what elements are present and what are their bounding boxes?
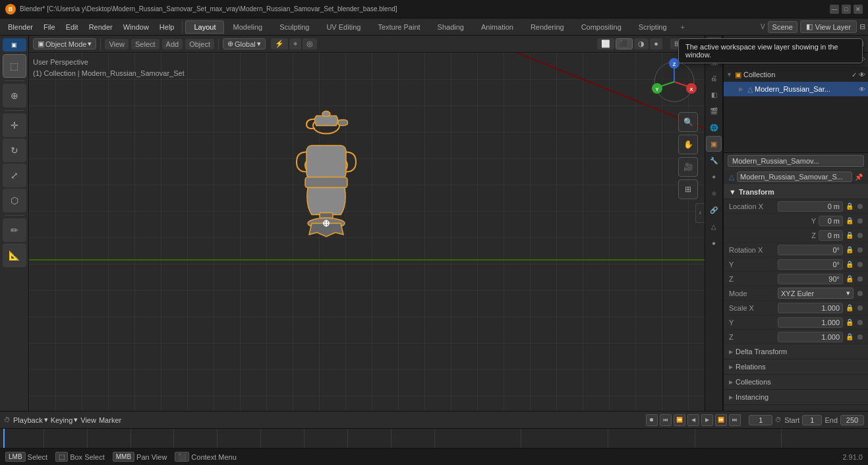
orthographic-btn[interactable]: ⊞ xyxy=(678,179,698,199)
delta-transform-header[interactable]: ▶ Delta Transform xyxy=(724,344,868,359)
workspace-shading[interactable]: Shading xyxy=(429,20,473,34)
object-eye[interactable]: 👁 xyxy=(859,86,865,93)
location-x-lock[interactable]: 🔒 xyxy=(846,202,855,210)
zoom-to-fit-btn[interactable]: 🔍 xyxy=(678,112,698,132)
scale-y-lock[interactable]: 🔒 xyxy=(846,319,855,326)
workspace-rendering[interactable]: Rendering xyxy=(522,20,573,34)
workspace-animation[interactable]: Animation xyxy=(473,20,522,34)
workspace-compositing[interactable]: Compositing xyxy=(573,20,630,34)
select-menu[interactable]: Select xyxy=(131,39,159,49)
start-frame[interactable]: 1 xyxy=(802,415,822,425)
rotation-x-value[interactable]: 0° xyxy=(778,245,843,255)
add-workspace-button[interactable]: + xyxy=(676,21,690,33)
object-name-field[interactable] xyxy=(728,155,864,167)
location-z-value[interactable]: 0 m xyxy=(819,230,843,241)
relations-header[interactable]: ▶ Relations xyxy=(724,359,868,374)
cursor-tool[interactable]: ⊕ xyxy=(3,84,26,108)
proportional-edit[interactable]: ◎ xyxy=(303,38,317,49)
collections-header[interactable]: ▶ Collections xyxy=(724,375,868,389)
props-tab-world[interactable]: 🌐 xyxy=(706,119,722,135)
select-box-tool[interactable]: ⬚ xyxy=(3,54,26,78)
menu-render[interactable]: Render xyxy=(84,21,118,33)
menu-file[interactable]: File xyxy=(38,21,61,33)
snap-settings[interactable]: ⌖ xyxy=(289,38,301,49)
menu-edit[interactable]: Edit xyxy=(61,21,84,33)
move-tool[interactable]: ✛ xyxy=(3,113,26,137)
close-button[interactable]: ✕ xyxy=(854,5,863,14)
location-y-value[interactable]: 0 m xyxy=(819,216,843,226)
menu-help[interactable]: Help xyxy=(154,21,180,33)
measure-tool[interactable]: 📐 xyxy=(3,243,26,267)
props-tab-data[interactable]: △ xyxy=(706,218,722,234)
workspace-modeling[interactable]: Modeling xyxy=(224,20,271,34)
view-menu[interactable]: View xyxy=(105,39,129,49)
transform-section-header[interactable]: ▼ Transform xyxy=(724,185,868,199)
rendered-btn[interactable]: ● xyxy=(650,38,662,49)
maximize-button[interactable]: □ xyxy=(842,5,851,14)
wireframe-btn[interactable]: ⬜ xyxy=(597,38,614,49)
rotation-mode-select[interactable]: XYZ Euler ▾ xyxy=(778,288,854,299)
camera-btn[interactable]: 🎥 xyxy=(678,157,698,177)
object-row[interactable]: ▶ △ Modern_Russian_Sar... 👁 xyxy=(724,82,868,96)
rotation-z-lock[interactable]: 🔒 xyxy=(846,275,855,282)
prev-frame-btn[interactable]: ⏪ xyxy=(674,414,685,426)
location-y-lock[interactable]: 🔒 xyxy=(846,217,855,224)
collection-row[interactable]: ▼ ▣ Collection ✓ 👁 xyxy=(724,67,868,82)
scale-x-value[interactable]: 1.000 xyxy=(778,303,843,313)
minimize-button[interactable]: — xyxy=(830,5,839,14)
record-button[interactable]: ⏺ xyxy=(646,414,658,426)
collapse-panel-btn[interactable]: ‹ xyxy=(695,203,705,223)
snap-toggle[interactable]: ⚡ xyxy=(271,38,288,49)
current-frame[interactable]: 1 xyxy=(749,415,772,425)
play-btn[interactable]: ▶ xyxy=(701,414,713,426)
props-tab-constraints[interactable]: 🔗 xyxy=(706,202,722,218)
menu-blender[interactable]: Blender xyxy=(3,21,38,33)
jump-start-btn[interactable]: ⏮ xyxy=(660,414,672,426)
scene-selector[interactable]: Scene xyxy=(768,21,797,33)
props-tab-output[interactable]: 🖨 xyxy=(706,70,722,86)
view-menu-tl[interactable]: View xyxy=(80,416,96,424)
viewport[interactable]: ▣ Object Mode ▾ View Select Add Object ⊕… xyxy=(29,36,705,411)
rotate-tool[interactable]: ↻ xyxy=(3,139,26,162)
props-tab-physics[interactable]: ⚛ xyxy=(706,185,722,201)
scale-tool[interactable]: ⤢ xyxy=(3,164,26,187)
pin-icon[interactable]: 📌 xyxy=(855,173,863,181)
location-z-lock[interactable]: 🔒 xyxy=(846,232,855,239)
play-reverse-btn[interactable]: ◀ xyxy=(687,414,699,426)
playback-menu[interactable]: Playback ▾ xyxy=(13,416,48,424)
workspace-sculpting[interactable]: Sculpting xyxy=(271,20,318,34)
workspace-uv-editing[interactable]: UV Editing xyxy=(318,20,369,34)
workspace-layout[interactable]: Layout xyxy=(185,20,224,34)
collection-eye[interactable]: 👁 xyxy=(859,71,865,78)
location-x-value[interactable]: 0 m xyxy=(778,201,843,212)
rotation-x-lock[interactable]: 🔒 xyxy=(846,246,855,253)
material-preview-btn[interactable]: ◑ xyxy=(634,38,649,49)
mesh-data-field[interactable]: Modern_Russian_Samovar_S... xyxy=(737,171,852,182)
menu-window[interactable]: Window xyxy=(118,21,154,33)
pan-btn[interactable]: ✋ xyxy=(678,135,698,154)
transform-tool[interactable]: ⬡ xyxy=(3,189,26,212)
instancing-header[interactable]: ▶ Instancing xyxy=(724,390,868,404)
viewport-canvas[interactable]: User Perspective (1) Collection | Modern… xyxy=(29,53,705,411)
view-layer-button[interactable]: ◧ View Layer xyxy=(800,20,857,33)
jump-end-btn[interactable]: ⏭ xyxy=(729,414,741,426)
annotate-tool[interactable]: ✏ xyxy=(3,218,26,242)
workspace-scripting[interactable]: Scripting xyxy=(630,20,676,34)
collection-check[interactable]: ✓ xyxy=(852,71,857,78)
rotation-z-value[interactable]: 90° xyxy=(778,274,843,284)
add-menu[interactable]: Add xyxy=(162,39,183,49)
scale-z-lock[interactable]: 🔒 xyxy=(846,333,855,340)
props-tab-modifier[interactable]: 🔧 xyxy=(706,152,722,168)
object-mode-btn[interactable]: ▣ Object Mode ▾ xyxy=(33,38,96,49)
mode-selector-btn[interactable]: ▣ xyxy=(3,38,26,51)
props-tab-object[interactable]: ▣ xyxy=(706,136,722,152)
timeline-track[interactable] xyxy=(0,429,868,448)
scale-z-value[interactable]: 1.000 xyxy=(778,332,843,342)
next-frame-btn[interactable]: ⏩ xyxy=(715,414,727,426)
scale-x-lock[interactable]: 🔒 xyxy=(846,304,855,311)
workspace-texture-paint[interactable]: Texture Paint xyxy=(369,20,428,34)
keying-menu[interactable]: Keying ▾ xyxy=(51,416,78,424)
scale-y-value[interactable]: 1.000 xyxy=(778,317,843,328)
marker-menu[interactable]: Marker xyxy=(99,416,121,424)
transform-orientation[interactable]: ⊕ Global ▾ xyxy=(223,38,266,49)
